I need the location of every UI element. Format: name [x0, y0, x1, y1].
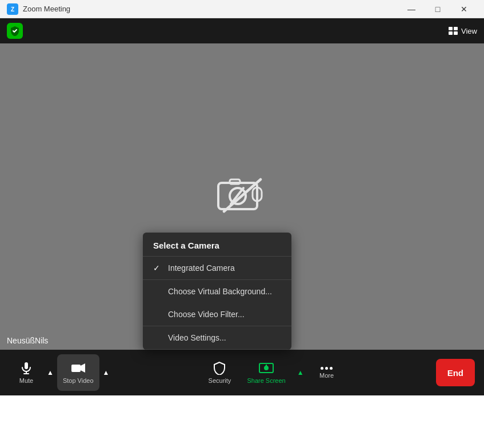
stop-video-label: Stop Video	[63, 377, 94, 384]
video-area: NeusüßNils Select a Camera ✓ Integrated …	[0, 43, 484, 350]
integrated-camera-label: Integrated Camera	[168, 263, 235, 273]
context-menu-header: Select a Camera	[143, 233, 291, 257]
minimize-button[interactable]: —	[398, 0, 425, 18]
video-filter-item[interactable]: Choose Video Filter...	[143, 303, 291, 326]
svg-rect-11	[71, 365, 81, 372]
svg-marker-12	[81, 363, 85, 373]
view-grid-icon	[449, 27, 458, 35]
check-icon: ✓	[153, 263, 162, 273]
settings-section: Video Settings...	[143, 326, 291, 350]
camera-off-icon	[214, 173, 271, 221]
virtual-background-item[interactable]: Choose Virtual Background...	[143, 280, 291, 303]
svg-rect-8	[25, 362, 28, 369]
mute-chevron[interactable]: ▲	[46, 366, 55, 379]
stop-video-button[interactable]: Stop Video	[57, 354, 99, 391]
integrated-camera-item[interactable]: ✓ Integrated Camera	[143, 257, 291, 279]
app-icon: Z	[7, 3, 18, 15]
view-label: View	[461, 27, 477, 35]
background-section: Choose Virtual Background... Choose Vide…	[143, 280, 291, 326]
toolbar: Mute ▲ Stop Video ▲ Security	[0, 350, 484, 395]
mute-label: Mute	[19, 377, 33, 384]
video-chevron[interactable]: ▲	[102, 366, 111, 379]
toolbar-center: Security Share Screen ▲ More	[202, 354, 343, 391]
toolbar-left: Mute ▲ Stop Video ▲	[9, 354, 110, 391]
title-bar: Z Zoom Meeting — □ ✕	[0, 0, 484, 18]
meeting-top-bar: View	[0, 18, 484, 43]
window-controls: — □ ✕	[398, 0, 477, 18]
more-label: More	[319, 372, 334, 379]
video-settings-label: Video Settings...	[168, 333, 226, 342]
end-button[interactable]: End	[436, 359, 475, 386]
share-chevron[interactable]: ▲	[296, 366, 305, 379]
mute-button[interactable]: Mute	[9, 354, 43, 391]
toolbar-right: End	[436, 359, 475, 386]
context-menu: Select a Camera ✓ Integrated Camera Choo…	[143, 233, 291, 350]
mic-icon	[19, 361, 33, 375]
svg-text:Z: Z	[11, 6, 14, 13]
app-title: Zoom Meeting	[23, 5, 398, 13]
virtual-background-label: Choose Virtual Background...	[168, 287, 272, 296]
more-button[interactable]: More	[310, 354, 344, 391]
security-button[interactable]: Security	[202, 354, 237, 391]
camera-section: ✓ Integrated Camera	[143, 257, 291, 280]
view-button[interactable]: View	[449, 27, 477, 35]
security-label: Security	[209, 377, 231, 384]
maximize-button[interactable]: □	[425, 0, 451, 18]
share-screen-icon	[259, 361, 274, 375]
video-filter-label: Choose Video Filter...	[168, 310, 245, 319]
close-button[interactable]: ✕	[451, 0, 477, 18]
share-screen-button[interactable]: Share Screen	[241, 354, 291, 391]
video-settings-item[interactable]: Video Settings...	[143, 326, 291, 349]
video-icon	[71, 361, 86, 375]
more-icon	[321, 367, 333, 370]
security-badge	[7, 23, 23, 39]
security-icon	[213, 361, 226, 375]
participant-name: NeusüßNils	[0, 331, 55, 350]
share-screen-label: Share Screen	[247, 377, 285, 384]
